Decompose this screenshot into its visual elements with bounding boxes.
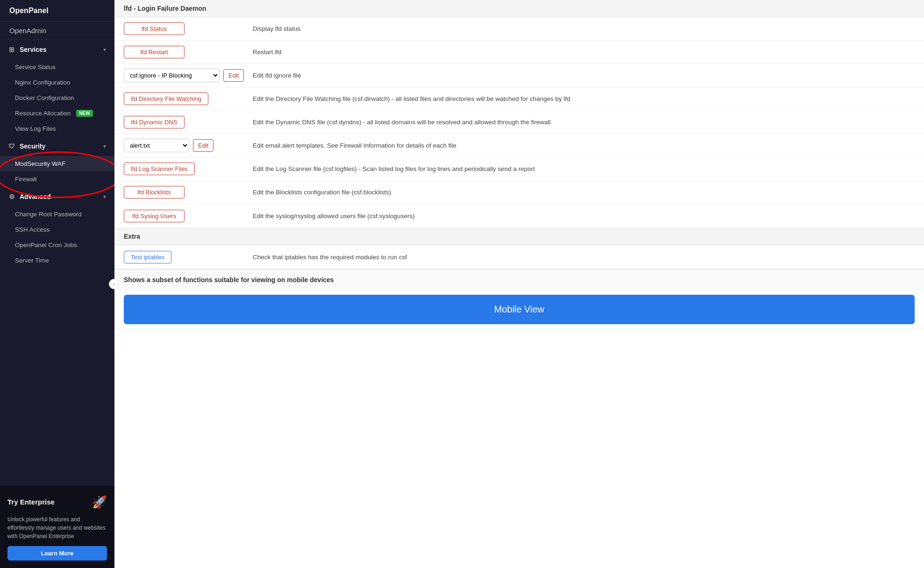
mobile-section-note: Shows a subset of functions suitable for… [114,269,924,290]
sidebar-section-services-label: Services [20,46,47,53]
chevron-down-icon-advanced: ▼ [102,194,107,199]
table-row: lfd Status Display lfd status [114,17,924,41]
table-row: lfd Restart Restart lfd [114,41,924,64]
sidebar-section-advanced[interactable]: ⚙ Advanced ▼ [0,187,114,206]
sidebar-item-view-log-files[interactable]: View Log Files [0,121,114,136]
sidebar-item-resource-allocation-label: Resource Allocation [15,110,71,117]
sidebar-section-advanced-label: Advanced [20,193,51,200]
sidebar-security-items: ModSecurity WAF Firewall [0,156,114,187]
lfd-ignore-desc: Edit lfd ignore file [253,72,915,79]
lfd-ignore-edit-button[interactable]: Edit [223,69,244,82]
learn-more-button[interactable]: Learn More [7,546,107,561]
main-content: lfd - Login Failure Daemon lfd Status Di… [114,0,924,568]
table-row: alert.txt alert_ssh.txt alert_port.txt E… [114,134,924,157]
shield-icon: 🛡 [7,142,16,150]
alert-txt-left: alert.txt alert_ssh.txt alert_port.txt E… [124,139,245,152]
table-row: csf.ignore - IP Blocking csf.ignore - Co… [114,64,924,87]
test-iptables-desc: Check that iptables has the required mod… [253,254,915,261]
sidebar-item-change-root-password-label: Change Root Password [15,211,82,218]
sidebar-item-ssh-access[interactable]: SSH Access [0,222,114,237]
table-row: Test iptables Check that iptables has th… [114,245,924,269]
rocket-icon: 🚀 [92,493,107,511]
sidebar: OpenPanel OpenAdmin ⊞ Services ▼ Service… [0,0,114,568]
lfd-ignore-left: csf.ignore - IP Blocking csf.ignore - Co… [124,69,245,82]
resource-allocation-badge: NEW [76,110,92,117]
mobile-section: Shows a subset of functions suitable for… [114,269,924,329]
mobile-view-button[interactable]: Mobile View [124,295,915,324]
enterprise-promo: Try Enterprise 🚀 Unlock powerful feature… [0,486,114,568]
sidebar-item-ssh-access-label: SSH Access [15,226,50,233]
lfd-log-scanner-desc: Edit the Log Scanner file (csf.logfiles)… [253,165,915,172]
lfd-restart-desc: Restart lfd [253,49,915,56]
sidebar-section-services[interactable]: ⊞ Services ▼ [0,40,114,59]
sidebar-section-security[interactable]: 🛡 Security ▼ [0,136,114,156]
sidebar-item-firewall[interactable]: Firewall [0,171,114,187]
chevron-down-icon-security: ▼ [102,144,107,149]
sidebar-services-items: Service Status Nginx Configuration Docke… [0,59,114,136]
sidebar-item-view-log-files-label: View Log Files [15,125,56,132]
lfd-syslog-left: lfd Syslog Users [124,210,245,222]
sidebar-item-openpanel-cron-jobs-label: OpenPanel Cron Jobs [15,241,77,248]
lfd-blocklists-desc: Edit the Blocklists configuration file (… [253,189,915,196]
lfd-directory-file-watching-button[interactable]: lfd Directory File Watching [124,92,208,105]
alert-txt-desc: Edit email alert templates. See Firewall… [253,142,915,149]
sidebar-item-service-status[interactable]: Service Status [0,59,114,75]
sidebar-collapse-toggle[interactable]: ‹ [109,279,119,289]
lfd-status-left: lfd Status [124,22,245,35]
sidebar-item-nginx-configuration[interactable]: Nginx Configuration [0,75,114,90]
alert-txt-select[interactable]: alert.txt alert_ssh.txt alert_port.txt [124,139,189,152]
sidebar-advanced-items: Change Root Password SSH Access OpenPane… [0,206,114,268]
table-row: lfd Directory File Watching Edit the Dir… [114,87,924,111]
extra-section: Extra Test iptables Check that iptables … [114,228,924,269]
test-iptables-button[interactable]: Test iptables [124,251,171,263]
lfd-dynamic-dns-desc: Edit the Dynamic DNS file (csf.dyndns) -… [253,119,915,126]
test-iptables-left: Test iptables [124,251,245,263]
lfd-dynamic-dns-button[interactable]: lfd Dynamic DNS [124,116,185,128]
sidebar-item-docker-configuration-label: Docker Configuration [15,94,74,101]
sidebar-logo-openpanel: OpenPanel [0,0,114,22]
extra-section-header: Extra [114,228,924,245]
sidebar-item-openpanel-cron-jobs[interactable]: OpenPanel Cron Jobs [0,237,114,253]
lfd-log-scanner-files-button[interactable]: lfd Log Scanner Files [124,163,195,175]
sidebar-item-firewall-label: Firewall [15,176,37,183]
enterprise-description: Unlock powerful features and effortlessl… [7,515,107,540]
sidebar-item-resource-allocation[interactable]: Resource Allocation NEW [0,106,114,121]
sidebar-logo-openadmin: OpenAdmin [0,22,114,40]
sidebar-item-docker-configuration[interactable]: Docker Configuration [0,90,114,106]
lfd-restart-button[interactable]: lfd Restart [124,46,185,58]
table-row: lfd Syslog Users Edit the syslog/rsyslog… [114,204,924,227]
lfd-restart-left: lfd Restart [124,46,245,58]
sidebar-section-security-label: Security [20,142,45,150]
lfd-section: lfd - Login Failure Daemon lfd Status Di… [114,0,924,228]
table-row: lfd Blocklists Edit the Blocklists confi… [114,181,924,204]
lfd-syslog-desc: Edit the syslog/rsyslog allowed users fi… [253,213,915,220]
grid-icon: ⊞ [7,45,16,54]
lfd-dynamic-dns-left: lfd Dynamic DNS [124,116,245,128]
chevron-down-icon: ▼ [102,47,107,52]
lfd-blocklists-button[interactable]: lfd Blocklists [124,186,185,199]
lfd-log-scanner-left: lfd Log Scanner Files [124,163,245,175]
sidebar-item-server-time[interactable]: Server Time [0,253,114,268]
table-row: lfd Log Scanner Files Edit the Log Scann… [114,157,924,181]
lfd-dir-watch-desc: Edit the Directory File Watching file (c… [253,95,915,102]
lfd-section-header: lfd - Login Failure Daemon [114,0,924,17]
lfd-syslog-users-button[interactable]: lfd Syslog Users [124,210,185,222]
enterprise-title: Try Enterprise 🚀 [7,493,107,511]
alert-txt-edit-button[interactable]: Edit [193,139,213,152]
sidebar-item-modsecurity-waf-label: ModSecurity WAF [15,160,65,167]
sidebar-item-modsecurity-waf[interactable]: ModSecurity WAF [0,156,114,171]
csf-ignore-select[interactable]: csf.ignore - IP Blocking csf.ignore - Co… [124,69,220,82]
table-row: lfd Dynamic DNS Edit the Dynamic DNS fil… [114,111,924,134]
sidebar-item-change-root-password[interactable]: Change Root Password [0,206,114,222]
sidebar-item-service-status-label: Service Status [15,64,56,71]
sidebar-item-nginx-configuration-label: Nginx Configuration [15,79,71,86]
lfd-status-desc: Display lfd status [253,25,915,32]
settings-icon: ⚙ [7,192,16,201]
lfd-dir-watch-left: lfd Directory File Watching [124,92,245,105]
lfd-status-button[interactable]: lfd Status [124,22,185,35]
sidebar-item-server-time-label: Server Time [15,257,49,264]
lfd-blocklists-left: lfd Blocklists [124,186,245,199]
